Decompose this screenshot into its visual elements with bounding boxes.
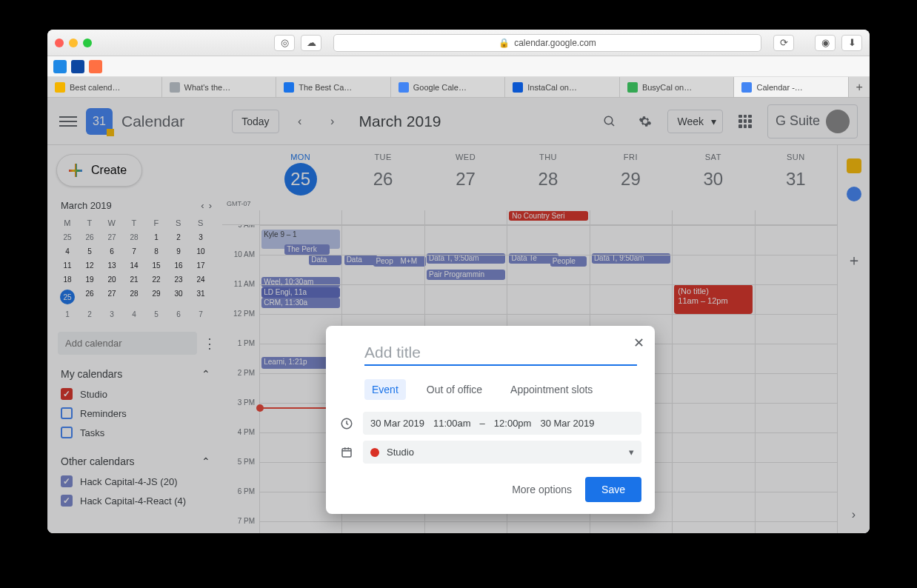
- time-range[interactable]: 30 Mar 2019 11:00am – 12:00pm 30 Mar 201…: [363, 412, 641, 435]
- mini-cal-day[interactable]: 6: [167, 307, 190, 321]
- mini-cal-day[interactable]: 9: [167, 244, 190, 258]
- main-menu-icon[interactable]: [59, 113, 77, 130]
- calendar-item[interactable]: Reminders: [56, 404, 222, 423]
- mini-cal-day[interactable]: 18: [56, 273, 79, 287]
- day-number[interactable]: 31: [779, 163, 812, 196]
- mini-cal-day[interactable]: 23: [167, 273, 190, 287]
- new-tab-button[interactable]: +: [849, 77, 870, 97]
- day-column-header[interactable]: WED 27: [424, 145, 507, 200]
- mini-cal-day[interactable]: 2: [79, 307, 101, 321]
- reload-button[interactable]: ⟳: [773, 35, 794, 51]
- next-week-button[interactable]: ›: [321, 110, 344, 133]
- mini-cal-day[interactable]: 11: [56, 258, 79, 273]
- google-apps-icon[interactable]: [732, 108, 758, 135]
- other-calendars-header[interactable]: Other calendars: [61, 455, 135, 467]
- calendar-event[interactable]: Weel, 10:30am: [261, 277, 340, 287]
- collapse-panel-icon[interactable]: ›: [852, 508, 856, 521]
- calendar-checkbox[interactable]: [61, 388, 73, 400]
- mini-cal-day[interactable]: 5: [145, 307, 167, 321]
- mini-cal-next-icon[interactable]: ›: [209, 200, 212, 211]
- tasks-icon[interactable]: [847, 187, 861, 201]
- allday-event[interactable]: No Country Seri: [509, 211, 587, 221]
- mini-cal-day[interactable]: 28: [123, 287, 145, 307]
- calendar-checkbox[interactable]: [61, 475, 73, 487]
- mini-cal-day[interactable]: 8: [145, 244, 167, 258]
- reader-button[interactable]: ◉: [815, 35, 836, 51]
- browser-tab[interactable]: InstaCal on…: [505, 77, 620, 97]
- day-number[interactable]: 25: [284, 163, 317, 196]
- favorite-icon[interactable]: [53, 60, 67, 73]
- calendar-item[interactable]: Studio: [56, 384, 222, 404]
- day-number[interactable]: 30: [697, 163, 730, 196]
- tab-event[interactable]: Event: [364, 379, 406, 400]
- calendar-event[interactable]: LD Engi, 11a: [261, 287, 340, 298]
- start-date[interactable]: 30 Mar 2019: [370, 418, 424, 429]
- mini-cal-day[interactable]: 15: [145, 258, 167, 273]
- day-column[interactable]: (No title)11am – 12pm: [672, 225, 754, 533]
- privacy-report-button[interactable]: ◎: [274, 35, 295, 51]
- mini-cal-day[interactable]: 1: [145, 230, 167, 244]
- mini-cal-day[interactable]: 26: [79, 287, 101, 307]
- favorite-icon[interactable]: [89, 60, 102, 73]
- mini-cal-day[interactable]: 29: [145, 287, 167, 307]
- calendar-event[interactable]: Peop: [373, 256, 401, 267]
- today-button[interactable]: Today: [232, 110, 279, 133]
- search-icon[interactable]: [596, 108, 623, 135]
- calendar-item[interactable]: Tasks: [56, 423, 222, 442]
- url-bar[interactable]: 🔒 calendar.google.com: [333, 34, 761, 52]
- calendar-checkbox[interactable]: [61, 407, 73, 419]
- add-calendar-menu-icon[interactable]: ⋮: [203, 335, 216, 352]
- calendar-item[interactable]: Hack Capital-4-JS (20): [56, 472, 222, 491]
- mini-cal-day[interactable]: 6: [101, 244, 123, 258]
- browser-tab[interactable]: The Best Ca…: [276, 77, 391, 97]
- my-calendars-header[interactable]: My calendars: [61, 368, 122, 380]
- gsuite-badge[interactable]: G Suite: [767, 104, 858, 138]
- end-date[interactable]: 30 Mar 2019: [540, 418, 594, 429]
- mini-cal-day[interactable]: 13: [101, 258, 123, 273]
- mini-cal-day[interactable]: 27: [101, 287, 123, 307]
- day-number[interactable]: 26: [367, 163, 399, 196]
- mini-cal-day[interactable]: 3: [190, 230, 212, 244]
- more-options-button[interactable]: More options: [512, 484, 572, 495]
- chevron-up-icon[interactable]: ⌃: [201, 455, 210, 467]
- day-column-header[interactable]: TUE 26: [341, 145, 424, 200]
- chevron-up-icon[interactable]: ⌃: [201, 368, 210, 380]
- mini-cal-day[interactable]: 26: [79, 230, 101, 244]
- mini-cal-day[interactable]: 25: [56, 287, 79, 307]
- save-button[interactable]: Save: [585, 477, 641, 502]
- day-number[interactable]: 27: [450, 163, 482, 196]
- mini-cal-day[interactable]: 4: [56, 244, 79, 258]
- calendar-select[interactable]: Studio ▾: [363, 441, 641, 464]
- close-icon[interactable]: ✕: [630, 332, 647, 354]
- mini-cal-day[interactable]: 17: [190, 258, 212, 273]
- day-number[interactable]: 28: [532, 163, 564, 196]
- minimize-window-icon[interactable]: [69, 39, 78, 47]
- mini-cal-day[interactable]: 16: [167, 258, 190, 273]
- mini-calendar[interactable]: MTWTFSS252627281234567891011121314151617…: [56, 216, 212, 321]
- event-title-input[interactable]: [364, 341, 637, 366]
- calendar-item[interactable]: Hack Capital-4-React (4): [56, 491, 222, 510]
- settings-gear-icon[interactable]: [632, 108, 658, 135]
- end-time[interactable]: 12:00pm: [494, 418, 532, 429]
- mini-cal-day[interactable]: 19: [79, 273, 101, 287]
- day-column-header[interactable]: SUN 31: [755, 145, 837, 200]
- day-column-header[interactable]: SAT 30: [672, 145, 754, 200]
- avatar[interactable]: [826, 110, 850, 133]
- view-select[interactable]: Week ▾: [667, 110, 723, 133]
- zoom-window-icon[interactable]: [83, 39, 92, 47]
- browser-tab[interactable]: Google Cale…: [391, 77, 506, 97]
- day-column-header[interactable]: FRI 29: [590, 145, 672, 200]
- mini-cal-day[interactable]: 25: [56, 230, 79, 244]
- tab-out-of-office[interactable]: Out of office: [419, 379, 490, 400]
- start-time[interactable]: 11:00am: [433, 418, 471, 429]
- calendar-event[interactable]: Data: [344, 255, 377, 265]
- prev-week-button[interactable]: ‹: [288, 110, 312, 133]
- calendar-event[interactable]: People: [550, 256, 587, 267]
- add-calendar-input[interactable]: [58, 332, 197, 355]
- mini-cal-day[interactable]: 7: [123, 244, 145, 258]
- calendar-checkbox[interactable]: [61, 427, 73, 438]
- mini-cal-day[interactable]: 31: [190, 287, 212, 307]
- icloud-tabs-button[interactable]: ☁: [301, 35, 321, 51]
- mini-cal-day[interactable]: 4: [123, 307, 145, 321]
- mini-cal-day[interactable]: 22: [145, 273, 167, 287]
